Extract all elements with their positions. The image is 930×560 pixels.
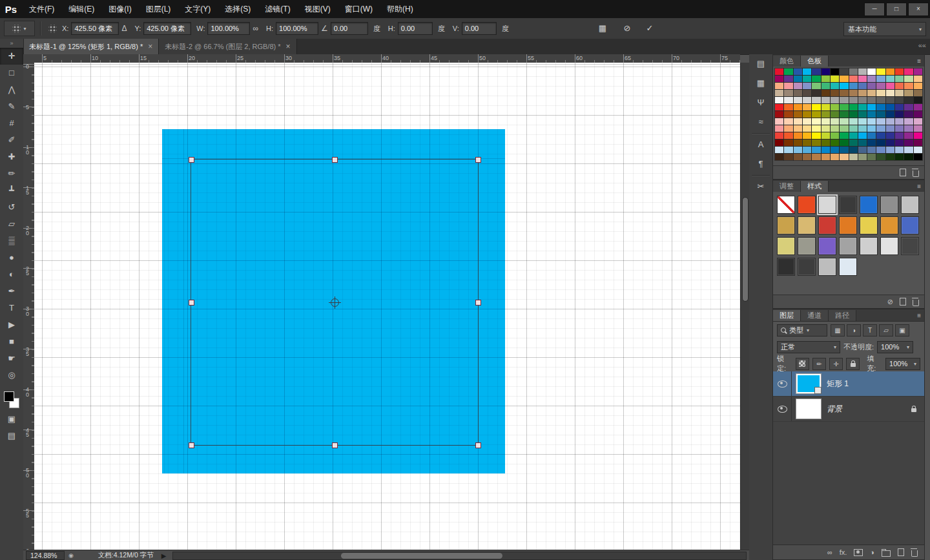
color-swatch[interactable] bbox=[849, 104, 858, 110]
collapse-dock-icon[interactable]: «« bbox=[918, 41, 926, 49]
y-input[interactable]: 425.00 像素 bbox=[143, 22, 191, 35]
color-swatch[interactable] bbox=[803, 132, 811, 139]
color-swatch[interactable] bbox=[812, 125, 820, 132]
delete-swatch-icon[interactable] bbox=[913, 171, 919, 177]
transform-handle-middle-right[interactable] bbox=[475, 300, 481, 306]
color-swatch[interactable] bbox=[822, 104, 830, 110]
style-thumbnail[interactable] bbox=[777, 258, 795, 276]
color-swatch[interactable] bbox=[895, 125, 904, 132]
color-swatch[interactable] bbox=[812, 111, 820, 118]
color-swatch[interactable] bbox=[775, 132, 783, 139]
color-swatch[interactable] bbox=[849, 68, 858, 75]
color-swatch[interactable] bbox=[858, 90, 867, 96]
color-swatch[interactable] bbox=[822, 125, 830, 132]
color-swatch[interactable] bbox=[794, 83, 802, 89]
angle-input[interactable]: 0.00 bbox=[331, 22, 368, 35]
properties-panel-icon[interactable]: ▦ bbox=[749, 74, 772, 93]
color-swatch[interactable] bbox=[914, 97, 922, 103]
panel-menu-icon[interactable]: ≡ bbox=[917, 56, 921, 67]
color-swatch[interactable] bbox=[876, 132, 885, 139]
color-swatch[interactable] bbox=[784, 104, 792, 110]
color-swatch[interactable] bbox=[831, 111, 839, 118]
close-tab-icon[interactable]: × bbox=[148, 42, 152, 51]
color-swatch[interactable] bbox=[886, 83, 894, 89]
smart-object-filter-icon[interactable]: ▣ bbox=[895, 324, 909, 337]
toolbox-collapse-icon[interactable]: » bbox=[0, 39, 23, 48]
color-swatch[interactable] bbox=[904, 68, 913, 75]
color-swatch[interactable] bbox=[794, 90, 802, 96]
move-tool[interactable]: ✛ bbox=[0, 48, 23, 65]
menu-item[interactable]: 图层(L) bbox=[139, 0, 178, 18]
style-thumbnail[interactable] bbox=[798, 237, 816, 255]
color-swatch[interactable] bbox=[867, 118, 876, 125]
color-swatch[interactable] bbox=[849, 118, 858, 125]
color-swatch[interactable] bbox=[895, 104, 904, 110]
color-swatch[interactable] bbox=[822, 68, 830, 75]
vertical-scrollbar-thumb[interactable] bbox=[742, 197, 749, 302]
color-swatch[interactable] bbox=[904, 97, 913, 103]
type-layer-filter-icon[interactable]: T bbox=[863, 324, 877, 337]
brush-tool[interactable]: ✏ bbox=[0, 165, 23, 182]
color-swatch[interactable] bbox=[803, 125, 811, 132]
zoom-level-field[interactable]: 124.88% bbox=[26, 551, 65, 560]
style-thumbnail[interactable] bbox=[839, 237, 857, 255]
tab-layers[interactable]: 图层 bbox=[773, 310, 801, 321]
color-swatch[interactable] bbox=[812, 154, 820, 160]
color-swatch[interactable] bbox=[904, 154, 913, 160]
panel-menu-icon[interactable]: ≡ bbox=[917, 181, 921, 192]
color-swatch[interactable] bbox=[784, 118, 792, 125]
color-swatch[interactable] bbox=[867, 97, 876, 103]
menu-item[interactable]: 帮助(H) bbox=[380, 0, 420, 18]
delete-style-icon[interactable] bbox=[913, 300, 919, 306]
style-thumbnail[interactable] bbox=[818, 258, 836, 276]
color-swatch[interactable] bbox=[812, 147, 820, 153]
color-swatch[interactable] bbox=[886, 125, 894, 132]
transform-reference-point[interactable] bbox=[331, 298, 339, 307]
color-swatch[interactable] bbox=[895, 140, 904, 146]
blur-tool[interactable]: ● bbox=[0, 249, 23, 266]
clone-source-panel-icon[interactable]: ≈ bbox=[749, 112, 772, 132]
document-tab[interactable]: 未标题-1 @ 125% (矩形 1, RGB/8) *× bbox=[23, 39, 159, 54]
color-swatch[interactable] bbox=[914, 125, 922, 132]
new-style-icon[interactable] bbox=[900, 298, 906, 306]
color-swatch[interactable] bbox=[876, 147, 885, 153]
document-tab[interactable]: 未标题-2 @ 66.7% (图层 2, RGB/8) *× bbox=[159, 39, 296, 54]
style-thumbnail[interactable] bbox=[798, 196, 816, 214]
color-swatch[interactable] bbox=[775, 118, 783, 125]
reference-point-locator[interactable] bbox=[48, 25, 57, 33]
color-swatch[interactable] bbox=[831, 83, 839, 89]
blend-mode-combo[interactable]: 正常 ▾ bbox=[777, 341, 840, 353]
restore-window-button[interactable]: □ bbox=[886, 3, 907, 16]
color-swatch[interactable] bbox=[886, 111, 894, 118]
style-thumbnail[interactable] bbox=[798, 216, 816, 234]
color-swatch[interactable] bbox=[831, 118, 839, 125]
color-swatch[interactable] bbox=[914, 90, 922, 96]
layer-thumbnail[interactable] bbox=[796, 373, 822, 394]
menu-item[interactable]: 编辑(E) bbox=[61, 0, 101, 18]
color-swatch[interactable] bbox=[784, 90, 792, 96]
color-swatch[interactable] bbox=[895, 118, 904, 125]
layer-row-rectangle-1[interactable]: 矩形 1 bbox=[773, 371, 924, 397]
color-swatch[interactable] bbox=[803, 76, 811, 82]
color-swatch[interactable] bbox=[775, 90, 783, 96]
color-swatch[interactable] bbox=[803, 104, 811, 110]
commit-transform-button[interactable]: ✓ bbox=[643, 22, 657, 35]
color-swatch[interactable] bbox=[822, 76, 830, 82]
transform-handle-bottom-right[interactable] bbox=[475, 442, 481, 448]
crop-tool[interactable]: # bbox=[0, 115, 23, 132]
eyedropper-tool[interactable]: ✐ bbox=[0, 132, 23, 149]
color-swatch[interactable] bbox=[867, 132, 876, 139]
rectangular-marquee-tool[interactable]: □ bbox=[0, 65, 23, 81]
color-swatch[interactable] bbox=[914, 76, 922, 82]
color-swatch[interactable] bbox=[904, 104, 913, 110]
style-thumbnail[interactable] bbox=[860, 237, 878, 255]
history-panel-icon[interactable]: ▤ bbox=[749, 54, 772, 74]
color-swatch[interactable] bbox=[886, 132, 894, 139]
style-thumbnail[interactable] bbox=[777, 216, 795, 234]
style-thumbnail[interactable] bbox=[901, 237, 919, 255]
color-swatch[interactable] bbox=[858, 76, 867, 82]
horizontal-ruler[interactable]: 51015202530354045505560657075 bbox=[34, 54, 740, 63]
transform-handle-top-right[interactable] bbox=[475, 157, 481, 163]
layer-style-icon[interactable]: fx. bbox=[840, 548, 847, 556]
tool-preset-picker[interactable]: ▾ bbox=[4, 21, 35, 36]
